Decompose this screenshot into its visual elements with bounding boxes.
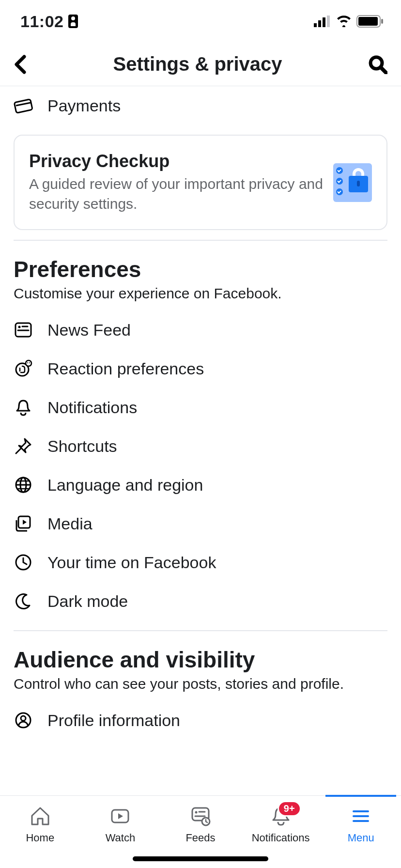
svg-rect-5 xyxy=(358,17,378,26)
tab-label: Menu xyxy=(348,832,374,844)
battery-icon xyxy=(356,15,384,28)
settings-row-media[interactable]: Media xyxy=(0,504,401,543)
menu-icon xyxy=(349,805,372,828)
pin-icon xyxy=(14,436,33,456)
tab-label: Home xyxy=(26,832,54,844)
search-button[interactable] xyxy=(368,55,387,74)
svg-point-30 xyxy=(195,811,197,814)
page-header: Settings & privacy xyxy=(0,43,401,86)
row-label: Your time on Facebook xyxy=(47,553,216,572)
reaction-icon xyxy=(14,359,33,378)
svg-point-17 xyxy=(27,362,28,363)
svg-rect-6 xyxy=(381,19,383,24)
home-indicator[interactable] xyxy=(133,856,268,861)
page-title: Settings & privacy xyxy=(27,53,368,75)
tab-label: Notifications xyxy=(252,832,310,844)
tab-label: Feeds xyxy=(185,832,215,844)
svg-line-8 xyxy=(381,67,386,73)
section-title-preferences: Preferences xyxy=(0,241,401,285)
feeds-icon xyxy=(189,805,212,828)
globe-icon xyxy=(14,475,33,495)
svg-line-10 xyxy=(16,103,31,106)
bell-icon xyxy=(14,398,33,417)
settings-row-reaction[interactable]: Reaction preferences xyxy=(0,349,401,388)
settings-row-language[interactable]: Language and region xyxy=(0,465,401,504)
row-label: Dark mode xyxy=(47,592,128,611)
settings-row-profile-info[interactable]: Profile information xyxy=(0,701,401,740)
svg-rect-2 xyxy=(323,17,325,27)
payments-icon xyxy=(14,96,33,115)
settings-row-payments[interactable]: Payments xyxy=(0,86,401,125)
section-title-audience: Audience and visibility xyxy=(0,631,401,676)
notification-badge: 9+ xyxy=(278,801,301,817)
clock-icon xyxy=(14,553,33,572)
privacy-checkup-icon xyxy=(333,163,372,202)
row-label: Notifications xyxy=(47,398,137,417)
settings-row-shortcuts[interactable]: Shortcuts xyxy=(0,427,401,465)
status-bar: 11:02 xyxy=(0,0,401,43)
media-icon xyxy=(14,514,33,533)
section-subtitle-audience: Control who can see your posts, stories … xyxy=(0,676,401,701)
status-indicators xyxy=(314,15,384,28)
svg-point-27 xyxy=(21,716,26,721)
bell-icon: 9+ xyxy=(269,805,293,828)
status-time: 11:02 xyxy=(20,12,63,31)
section-subtitle-preferences: Customise your experience on Facebook. xyxy=(0,285,401,310)
row-label: News Feed xyxy=(47,321,131,340)
row-label: Shortcuts xyxy=(47,437,117,456)
profile-icon xyxy=(14,711,33,730)
svg-point-12 xyxy=(18,326,21,328)
wifi-icon xyxy=(336,16,352,27)
svg-rect-3 xyxy=(327,16,330,27)
svg-point-18 xyxy=(29,362,30,363)
row-label: Reaction preferences xyxy=(47,359,204,378)
svg-point-16 xyxy=(26,360,31,366)
moon-icon xyxy=(14,591,33,611)
row-label: Language and region xyxy=(47,476,203,495)
svg-rect-0 xyxy=(314,23,317,27)
settings-row-news-feed[interactable]: News Feed xyxy=(0,310,401,349)
back-button[interactable] xyxy=(14,55,27,74)
cellular-icon xyxy=(314,16,331,27)
privacy-checkup-card[interactable]: Privacy Checkup A guided review of your … xyxy=(14,135,387,230)
watch-icon xyxy=(108,805,132,828)
settings-row-notifications[interactable]: Notifications xyxy=(0,388,401,427)
svg-rect-1 xyxy=(318,20,321,27)
tab-menu[interactable]: Menu xyxy=(321,796,401,868)
settings-row-time[interactable]: Your time on Facebook xyxy=(0,543,401,582)
card-subtitle: A guided review of your important privac… xyxy=(29,174,324,214)
tab-home[interactable]: Home xyxy=(0,796,80,868)
id-card-icon xyxy=(68,15,78,28)
content: Payments Privacy Checkup A guided review… xyxy=(0,86,401,795)
tab-label: Watch xyxy=(106,832,136,844)
row-label: Media xyxy=(47,514,93,533)
news-feed-icon xyxy=(14,320,33,340)
row-label: Payments xyxy=(47,96,121,115)
row-label: Profile information xyxy=(47,711,180,730)
home-icon xyxy=(29,805,52,828)
settings-row-dark-mode[interactable]: Dark mode xyxy=(0,582,401,620)
card-title: Privacy Checkup xyxy=(29,151,324,171)
